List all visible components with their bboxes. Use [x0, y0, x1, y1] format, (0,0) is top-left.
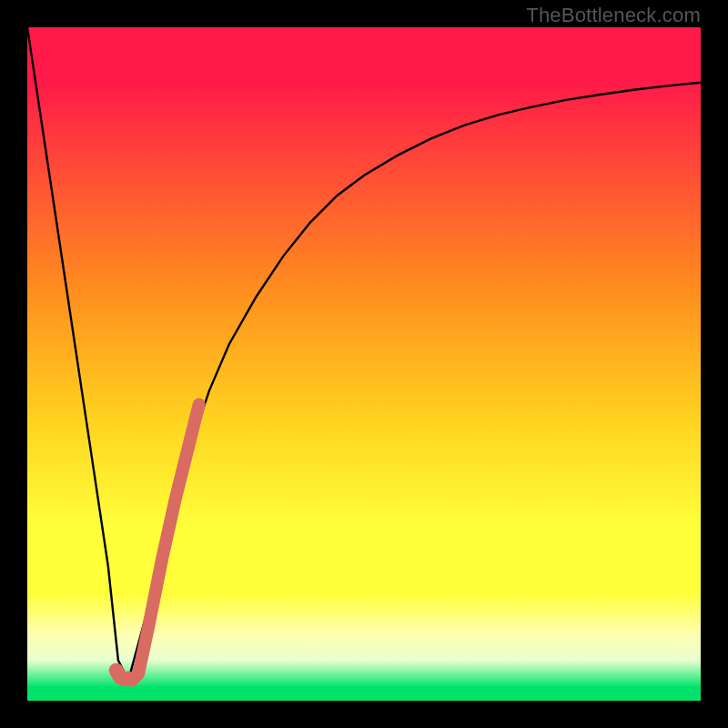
curve-svg: [27, 27, 701, 701]
highlight-blob-path: [116, 671, 128, 680]
plot-area: [27, 27, 701, 701]
watermark-text: TheBottleneck.com: [526, 4, 701, 27]
bottleneck-curve-path: [27, 27, 701, 681]
chart-frame: TheBottleneck.com: [0, 0, 728, 728]
highlight-segment-path: [132, 404, 199, 680]
